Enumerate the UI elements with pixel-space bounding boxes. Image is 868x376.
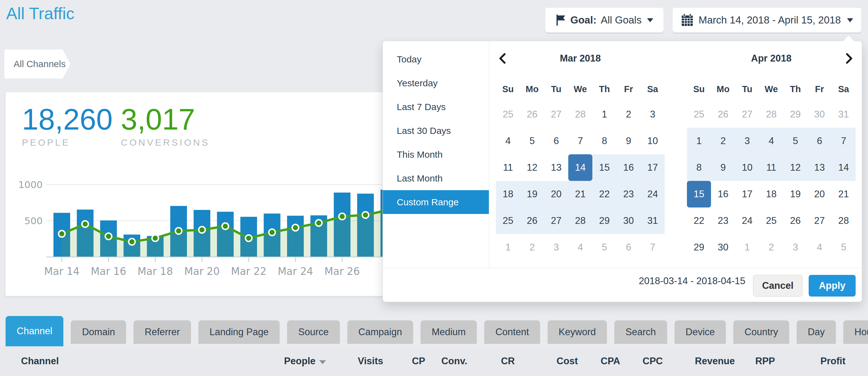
date-cell[interactable]: 31 bbox=[641, 207, 665, 234]
tab-campaign[interactable]: Campaign bbox=[347, 320, 413, 344]
column-header-cpa[interactable]: CPA bbox=[578, 355, 620, 367]
date-cell[interactable]: 25 bbox=[759, 207, 783, 234]
cancel-button[interactable]: Cancel bbox=[753, 275, 803, 296]
column-header-profit[interactable]: Profit bbox=[775, 355, 845, 367]
column-header-rpp[interactable]: RPP bbox=[735, 355, 775, 367]
date-cell[interactable]: 28 bbox=[759, 101, 783, 128]
date-cell[interactable]: 11 bbox=[759, 154, 783, 181]
date-cell[interactable]: 10 bbox=[641, 128, 665, 154]
date-cell[interactable]: 5 bbox=[592, 234, 617, 261]
date-cell[interactable]: 3 bbox=[783, 234, 807, 261]
date-cell[interactable]: 19 bbox=[783, 181, 807, 207]
date-cell[interactable]: 21 bbox=[832, 181, 856, 207]
date-cell[interactable]: 29 bbox=[592, 207, 617, 234]
date-cell[interactable]: 13 bbox=[807, 154, 832, 181]
date-cell[interactable]: 25 bbox=[687, 101, 711, 128]
date-cell[interactable]: 6 bbox=[807, 128, 832, 154]
column-header-cp[interactable]: CP bbox=[383, 355, 425, 367]
date-cell[interactable]: 5 bbox=[520, 128, 544, 154]
tab-device[interactable]: Device bbox=[675, 320, 726, 344]
date-cell[interactable]: 16 bbox=[711, 181, 735, 207]
date-cell[interactable]: 27 bbox=[544, 207, 568, 234]
tab-medium[interactable]: Medium bbox=[421, 320, 477, 344]
date-cell[interactable]: 6 bbox=[617, 234, 641, 261]
column-header-visits[interactable]: Visits bbox=[326, 355, 383, 367]
date-cell[interactable]: 17 bbox=[735, 181, 759, 207]
date-cell[interactable]: 8 bbox=[687, 154, 711, 181]
date-cell[interactable]: 25 bbox=[496, 101, 520, 128]
date-cell[interactable]: 4 bbox=[807, 234, 832, 261]
date-cell[interactable]: 4 bbox=[759, 128, 783, 154]
date-cell[interactable]: 30 bbox=[617, 207, 641, 234]
datepicker-preset-last-30-days[interactable]: Last 30 Days bbox=[383, 119, 489, 143]
date-cell[interactable]: 26 bbox=[520, 207, 544, 234]
datepicker-preset-yesterday[interactable]: Yesterday bbox=[383, 71, 489, 95]
datepicker-preset-last-7-days[interactable]: Last 7 Days bbox=[383, 95, 489, 119]
date-cell[interactable]: 15 bbox=[592, 154, 617, 181]
date-cell[interactable]: 11 bbox=[496, 154, 520, 181]
tab-content[interactable]: Content bbox=[484, 320, 540, 344]
date-cell[interactable]: 18 bbox=[496, 181, 520, 207]
date-cell[interactable]: 25 bbox=[496, 207, 520, 234]
date-cell[interactable]: 1 bbox=[592, 101, 617, 128]
tab-day[interactable]: Day bbox=[797, 320, 836, 344]
date-cell[interactable]: 2 bbox=[759, 234, 783, 261]
date-cell[interactable]: 12 bbox=[783, 154, 807, 181]
date-cell[interactable]: 4 bbox=[496, 128, 520, 154]
date-cell[interactable]: 1 bbox=[735, 234, 759, 261]
date-cell[interactable]: 7 bbox=[832, 128, 856, 154]
date-cell[interactable]: 24 bbox=[641, 181, 665, 207]
datepicker-preset-last-month[interactable]: Last Month bbox=[383, 166, 489, 190]
date-cell[interactable]: 26 bbox=[783, 207, 807, 234]
date-cell[interactable]: 27 bbox=[544, 101, 568, 128]
column-header-revenue[interactable]: Revenue bbox=[663, 355, 735, 367]
tab-hour[interactable]: Hour bbox=[843, 320, 868, 344]
date-cell[interactable]: 27 bbox=[807, 207, 832, 234]
date-cell[interactable]: 19 bbox=[520, 181, 544, 207]
date-cell[interactable]: 23 bbox=[617, 181, 641, 207]
date-cell[interactable]: 20 bbox=[807, 181, 832, 207]
column-header-cost[interactable]: Cost bbox=[515, 355, 578, 367]
datepicker-preset-today[interactable]: Today bbox=[383, 47, 489, 71]
date-cell[interactable]: 17 bbox=[641, 154, 665, 181]
date-cell[interactable]: 1 bbox=[496, 234, 520, 261]
date-cell[interactable]: 26 bbox=[520, 101, 544, 128]
date-cell[interactable]: 2 bbox=[617, 101, 641, 128]
date-cell[interactable]: 10 bbox=[735, 154, 759, 181]
date-cell[interactable]: 1 bbox=[687, 128, 711, 154]
date-cell[interactable]: 24 bbox=[735, 207, 759, 234]
date-cell[interactable]: 29 bbox=[687, 234, 711, 261]
tab-referrer[interactable]: Referrer bbox=[133, 320, 191, 344]
tab-landing-page[interactable]: Landing Page bbox=[198, 320, 280, 344]
date-cell[interactable]: 27 bbox=[735, 101, 759, 128]
date-cell[interactable]: 9 bbox=[617, 128, 641, 154]
date-cell[interactable]: 3 bbox=[735, 128, 759, 154]
date-cell[interactable]: 14 bbox=[832, 154, 856, 181]
date-cell[interactable]: 2 bbox=[520, 234, 544, 261]
tab-country[interactable]: Country bbox=[733, 320, 789, 344]
apply-button[interactable]: Apply bbox=[809, 275, 856, 296]
date-cell[interactable]: 28 bbox=[832, 207, 856, 234]
date-cell-selected[interactable]: 15 bbox=[687, 181, 711, 207]
date-cell[interactable]: 3 bbox=[641, 101, 665, 128]
date-cell[interactable]: 16 bbox=[617, 154, 641, 181]
datepicker-preset-custom-range[interactable]: Custom Range bbox=[383, 190, 489, 214]
date-cell[interactable]: 4 bbox=[568, 234, 592, 261]
column-header-cr[interactable]: CR bbox=[467, 355, 515, 367]
tab-source[interactable]: Source bbox=[287, 320, 340, 344]
date-cell[interactable]: 7 bbox=[568, 128, 592, 154]
date-cell[interactable]: 6 bbox=[544, 128, 568, 154]
date-cell[interactable]: 8 bbox=[592, 128, 617, 154]
date-range-button[interactable]: March 14, 2018 - April 15, 2018 bbox=[673, 8, 861, 32]
date-cell[interactable]: 13 bbox=[544, 154, 568, 181]
date-cell[interactable]: 22 bbox=[592, 181, 617, 207]
tab-keyword[interactable]: Keyword bbox=[548, 320, 607, 344]
chevron-right-icon[interactable] bbox=[843, 52, 855, 65]
date-cell[interactable]: 30 bbox=[711, 234, 735, 261]
date-cell[interactable]: 5 bbox=[832, 234, 856, 261]
date-cell[interactable]: 18 bbox=[759, 181, 783, 207]
date-cell[interactable]: 23 bbox=[711, 207, 735, 234]
tab-domain[interactable]: Domain bbox=[71, 320, 126, 344]
date-cell[interactable]: 9 bbox=[711, 154, 735, 181]
date-cell[interactable]: 22 bbox=[687, 207, 711, 234]
